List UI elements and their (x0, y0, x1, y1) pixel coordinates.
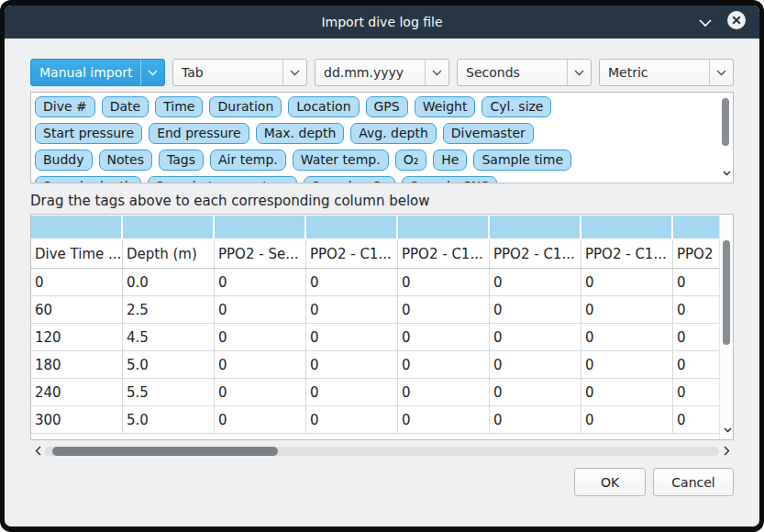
titlebar-shade-button[interactable] (695, 12, 715, 32)
chevron-down-icon (140, 60, 164, 85)
table-cell: 0 (581, 296, 673, 323)
drag-tag[interactable]: Cyl. size (482, 96, 551, 117)
tag-area: Dive #DateTimeDurationLocationGPSWeightC… (30, 92, 734, 183)
drop-target-cell[interactable] (123, 216, 213, 238)
drag-tag[interactable]: Sample time (473, 150, 571, 171)
titlebar-buttons (695, 12, 759, 32)
table-horizontal-scrollbar[interactable] (30, 443, 734, 459)
drag-tag[interactable]: Water temp. (293, 150, 389, 171)
table-cell: 0 (215, 351, 306, 378)
duration-format-combo[interactable]: Seconds (457, 59, 592, 86)
table-cell: 0 (581, 269, 673, 295)
table-cell: 300 (31, 406, 123, 433)
instruction-text: Drag the tags above to each correspondin… (30, 193, 430, 209)
chevron-down-icon (567, 60, 591, 85)
drag-tag[interactable]: Date (102, 96, 149, 117)
table-cell: 0 (581, 406, 673, 433)
table-cell: 5.0 (123, 351, 215, 378)
ok-button[interactable]: OK (574, 468, 646, 496)
table-cell: 0 (215, 324, 306, 350)
table-cell: 0 (306, 351, 398, 378)
tag-row: Dive #DateTimeDurationLocationGPSWeightC… (35, 96, 714, 117)
combo-value: Tab (182, 65, 204, 80)
table-cell: 0 (490, 379, 581, 405)
drag-tag[interactable]: O₂ (395, 150, 427, 171)
drop-target-cell[interactable] (215, 216, 304, 238)
scroll-right-icon[interactable] (719, 446, 734, 456)
hscroll-thumb[interactable] (52, 447, 278, 456)
drop-target-cell[interactable] (490, 216, 580, 238)
table-row: 1204.5000000 (31, 324, 734, 351)
drag-tag[interactable]: End pressure (149, 123, 249, 144)
column-header: PPO2 - C1... (398, 239, 490, 268)
chevron-down-icon (698, 14, 713, 31)
import-settings-row: Manual import Tab dd.mm.yyyy Seconds Met… (30, 59, 734, 86)
drag-tag[interactable]: Dive # (35, 96, 95, 117)
table-cell: 0 (306, 269, 398, 295)
scroll-left-icon[interactable] (30, 446, 45, 456)
table-vertical-scrollbar[interactable] (719, 215, 733, 439)
drop-target-cell[interactable] (581, 216, 671, 238)
drag-tag[interactable]: GPS (366, 96, 408, 117)
close-icon (726, 10, 747, 34)
drag-tag[interactable]: Sample depth (35, 176, 141, 183)
titlebar[interactable]: Import dive log file (5, 6, 759, 39)
drop-target-row (31, 216, 734, 238)
drag-tag[interactable]: Sample CNS (402, 176, 497, 183)
tag-row: Sample depthSample temperatureSample pO₂… (35, 176, 714, 183)
field-separator-combo[interactable]: Tab (172, 59, 307, 86)
drag-tag[interactable]: Divemaster (443, 123, 534, 144)
drop-target-cell[interactable] (31, 216, 121, 238)
drag-tag[interactable]: Duration (209, 96, 282, 117)
scroll-down-icon[interactable] (724, 419, 732, 437)
drag-tag[interactable]: Time (155, 96, 203, 117)
drag-tag[interactable]: Weight (415, 96, 476, 117)
table-cell: 0 (31, 269, 123, 295)
tag-area-scrollbar[interactable] (719, 93, 733, 183)
drag-tag[interactable]: Notes (99, 150, 152, 171)
cancel-button[interactable]: Cancel (653, 468, 734, 496)
drop-target-cell[interactable] (398, 216, 488, 238)
drag-tag[interactable]: Sample temperature (148, 176, 297, 183)
units-combo[interactable]: Metric (599, 59, 734, 86)
table-row: 1805.0000000 (31, 351, 734, 379)
drag-tag[interactable]: Max. depth (256, 123, 345, 144)
table-cell: 0 (215, 379, 306, 405)
import-type-combo[interactable]: Manual import (30, 59, 165, 86)
table-body: 00.0000000602.50000001204.50000001805.00… (31, 269, 734, 434)
combo-value: Metric (608, 65, 648, 80)
column-header: Depth (m) (123, 239, 215, 268)
drag-tag[interactable]: Tags (159, 150, 204, 171)
drag-tag[interactable]: Avg. depth (350, 123, 437, 144)
table-cell: 0 (398, 406, 490, 433)
scroll-down-icon[interactable] (723, 162, 731, 180)
drag-tag[interactable]: Buddy (35, 150, 93, 171)
drag-tag[interactable]: He (433, 150, 467, 171)
table-cell: 0 (306, 296, 398, 323)
table-cell: 0 (581, 379, 673, 405)
drop-target-cell[interactable] (306, 216, 396, 238)
tag-scrollbar-thumb[interactable] (722, 98, 729, 146)
hscroll-track[interactable] (45, 447, 719, 456)
close-button[interactable] (726, 12, 747, 32)
drag-tag[interactable]: Sample pO₂ (304, 176, 395, 183)
chevron-down-icon (425, 60, 448, 85)
table-cell: 240 (31, 379, 123, 405)
table-cell: 0 (215, 296, 306, 323)
table-row: 2405.5000000 (31, 379, 734, 406)
combo-value: Seconds (466, 65, 520, 80)
drag-tag[interactable]: Start pressure (35, 123, 142, 144)
drag-tag[interactable]: Location (288, 96, 359, 117)
combo-value: Manual import (39, 65, 133, 80)
window-title: Import dive log file (5, 15, 759, 29)
chevron-down-icon (709, 60, 733, 85)
tag-row: Start pressureEnd pressureMax. depthAvg.… (35, 123, 714, 144)
table-cell: 120 (31, 324, 123, 350)
column-header: PPO2 - C1... (306, 239, 398, 268)
table-cell: 0 (215, 406, 306, 433)
dialog-body: Manual import Tab dd.mm.yyyy Seconds Met… (5, 39, 759, 526)
table-scrollbar-thumb[interactable] (723, 240, 730, 345)
drag-tag[interactable]: Air temp. (210, 150, 286, 171)
date-format-combo[interactable]: dd.mm.yyyy (315, 59, 449, 86)
table-cell: 5.5 (123, 379, 215, 405)
